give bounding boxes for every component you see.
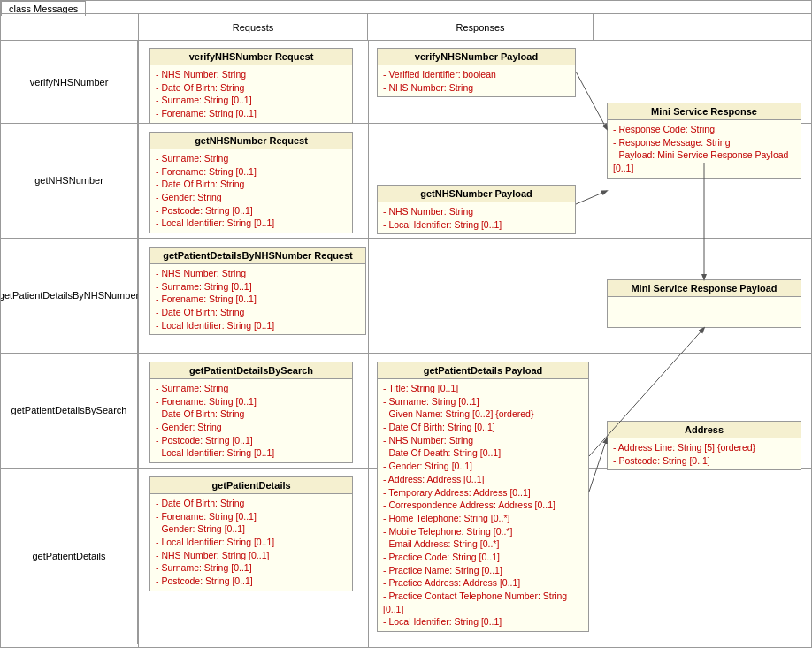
verifyNHSNumber-request-box: verifyNHSNumber Request NHS Number: Stri… xyxy=(149,48,353,124)
mini-service-response-box: Mini Service Response Response Code: Str… xyxy=(607,103,801,179)
item: Date Of Birth: String xyxy=(156,81,347,95)
v-divider-mid xyxy=(368,41,369,647)
address-box: Address Address Line: String [5] {ordere… xyxy=(607,421,801,470)
svg-line-1 xyxy=(576,191,607,204)
item: Practice Name: String [0..1] xyxy=(383,564,583,577)
item: Date Of Birth: String [0..1] xyxy=(383,421,583,434)
row-label-getNHSNumber: getNHSNumber xyxy=(1,123,138,238)
item: NHS Number: String xyxy=(156,267,360,280)
item: Surname: String [0..1] xyxy=(156,94,347,107)
item: Date Of Birth: String xyxy=(156,497,347,510)
item: Surname: String [0..1] xyxy=(383,395,583,408)
item: Postcode: String [0..1] xyxy=(613,454,795,468)
item: Local Identifier: String [0..1] xyxy=(156,446,347,460)
getPatientDetails-request-box: getPatientDetails Date Of Birth: String … xyxy=(149,476,353,591)
getPatientDetails-response-title: getPatientDetails Payload xyxy=(378,362,588,379)
item: Gender: String [0..1] xyxy=(156,522,347,536)
getNHSNumber-request-box: getNHSNumber Request Surname: String For… xyxy=(149,132,353,233)
item: Local Identifier: String [0..1] xyxy=(383,615,583,629)
item: Local Identifier: String [0..1] xyxy=(156,319,360,332)
mini-service-response-payload-title: Mini Service Response Payload xyxy=(608,280,801,297)
verifyNHSNumber-response-box: verifyNHSNumber Payload Verified Identif… xyxy=(377,48,576,97)
item: Title: String [0..1] xyxy=(383,382,583,395)
item: NHS Number: String xyxy=(383,81,570,95)
getPatientDetailsByNHSNumber-request-box: getPatientDetailsByNHSNumber Request NHS… xyxy=(149,247,366,335)
item: Temporary Address: Address [0..1] xyxy=(383,486,583,499)
getNHSNumber-request-title: getNHSNumber Request xyxy=(150,133,352,149)
item: Surname: String xyxy=(156,382,347,395)
item: Correspondence Address: Address [0..1] xyxy=(383,499,583,512)
getPatientDetailsByNHSNumber-request-title: getPatientDetailsByNHSNumber Request xyxy=(150,248,365,264)
item: Gender: String xyxy=(156,421,347,434)
getPatientDetails-response-box: getPatientDetails Payload Title: String … xyxy=(377,362,589,632)
item: Local Identifier: String [0..1] xyxy=(156,536,347,549)
item: NHS Number: String xyxy=(383,434,583,447)
item: Surname: String [0..1] xyxy=(156,561,347,575)
item: Response Code: String xyxy=(613,123,795,136)
diagram-container: class Messages Requests Responses verify… xyxy=(0,0,812,648)
item: Forename: String [0..1] xyxy=(156,395,347,408)
item: Given Name: String [0..2] {ordered} xyxy=(383,408,583,421)
row-label-getPatientDetails: getPatientDetails xyxy=(1,468,138,644)
svg-line-4 xyxy=(589,438,607,492)
item: Forename: String [0..1] xyxy=(156,107,347,120)
item: Address: Address [0..1] xyxy=(383,473,583,486)
item: Date Of Birth: String xyxy=(156,306,360,319)
item: Postcode: String [0..1] xyxy=(156,575,347,588)
item: NHS Number: String xyxy=(156,68,347,81)
item: Date Of Birth: String xyxy=(156,178,347,191)
item: NHS Number: String [0..1] xyxy=(156,549,347,562)
mini-service-response-payload-box: Mini Service Response Payload xyxy=(607,279,801,328)
item: Response Message: String xyxy=(613,136,795,149)
item: Mobile Telephone: String [0..*] xyxy=(383,525,583,538)
item: Surname: String [0..1] xyxy=(156,280,360,294)
item: Date Of Birth: String xyxy=(156,408,347,421)
address-title: Address xyxy=(608,422,801,438)
v-divider-left xyxy=(138,41,139,647)
v-divider-right xyxy=(594,41,594,647)
getNHSNumber-response-box: getNHSNumber Payload NHS Number: String … xyxy=(377,185,576,234)
col-requests-header: Requests xyxy=(138,14,368,41)
verifyNHSNumber-request-title: verifyNHSNumber Request xyxy=(150,49,352,65)
item: Forename: String [0..1] xyxy=(156,510,347,523)
getNHSNumber-response-title: getNHSNumber Payload xyxy=(378,186,575,202)
item: Home Telephone: String [0..*] xyxy=(383,512,583,525)
item: Email Address: String [0..*] xyxy=(383,537,583,551)
item: Date Of Death: String [0..1] xyxy=(383,446,583,460)
svg-line-0 xyxy=(576,72,607,129)
grid-area: Requests Responses verifyNHSNumber getNH… xyxy=(1,13,811,647)
item: Surname: String xyxy=(156,152,347,165)
getPatientDetails-request-title: getPatientDetails xyxy=(150,477,352,494)
item: Address Line: String [5] {ordered} xyxy=(613,441,795,454)
item: Practice Contact Telephone Number: Strin… xyxy=(383,590,583,615)
item: Forename: String [0..1] xyxy=(156,165,347,179)
item: Gender: String xyxy=(156,191,347,204)
row-label-getPatientDetailsByNHSNumber: getPatientDetailsByNHSNumber xyxy=(1,238,138,353)
getPatientDetailsBySearch-request-box: getPatientDetailsBySearch Surname: Strin… xyxy=(149,362,353,463)
item: Practice Address: Address [0..1] xyxy=(383,576,583,590)
item: Payload: Mini Service Response Payload [… xyxy=(613,149,795,174)
item: NHS Number: String xyxy=(383,205,570,218)
item: Postcode: String [0..1] xyxy=(156,204,347,217)
item: Local Identifier: String [0..1] xyxy=(383,218,570,232)
col-responses-header: Responses xyxy=(368,14,594,41)
verifyNHSNumber-response-title: verifyNHSNumber Payload xyxy=(378,49,575,65)
item: Verified Identifier: boolean xyxy=(383,68,570,81)
item: Postcode: String [0..1] xyxy=(156,434,347,447)
mini-service-response-title: Mini Service Response xyxy=(608,103,801,120)
row-label-verifyNHSNumber: verifyNHSNumber xyxy=(1,41,138,123)
getPatientDetailsBySearch-request-title: getPatientDetailsBySearch xyxy=(150,362,352,379)
item: Gender: String [0..1] xyxy=(383,460,583,473)
item: Forename: String [0..1] xyxy=(156,293,360,306)
row-label-getPatientDetailsBySearch: getPatientDetailsBySearch xyxy=(1,353,138,468)
item: Local Identifier: String [0..1] xyxy=(156,217,347,230)
item: Practice Code: String [0..1] xyxy=(383,551,583,564)
